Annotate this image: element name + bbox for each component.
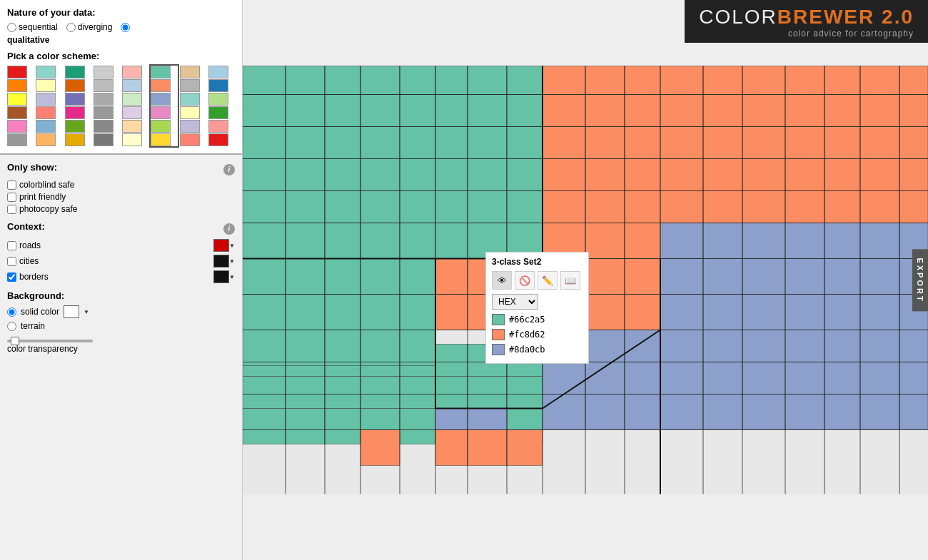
sequential-option[interactable]: sequential xyxy=(7,22,58,32)
swatch[interactable] xyxy=(7,93,27,106)
forbidden-icon[interactable]: 🚫 xyxy=(515,271,535,290)
background-color-swatch[interactable] xyxy=(64,305,79,318)
swatch-col-5[interactable] xyxy=(122,66,148,146)
swatch[interactable] xyxy=(122,93,142,106)
swatch[interactable] xyxy=(65,79,85,92)
swatch[interactable] xyxy=(151,66,171,78)
swatch[interactable] xyxy=(7,79,27,92)
solid-color-radio[interactable] xyxy=(7,307,16,317)
qualitative-radio[interactable] xyxy=(121,23,130,32)
borders-dropdown-arrow[interactable]: ▼ xyxy=(229,274,235,280)
swatch[interactable] xyxy=(36,120,56,133)
swatch[interactable] xyxy=(208,66,228,78)
colorblind-checkbox[interactable] xyxy=(7,180,16,190)
swatch[interactable] xyxy=(65,66,85,78)
swatch-col-8[interactable] xyxy=(208,66,235,146)
swatch[interactable] xyxy=(208,93,228,106)
svg-rect-83 xyxy=(625,95,660,127)
diverging-option[interactable]: diverging xyxy=(66,22,113,32)
cities-color-btn[interactable] xyxy=(213,255,229,268)
swatch-col-7[interactable] xyxy=(180,66,206,146)
borders-checkbox[interactable] xyxy=(7,273,16,282)
svg-rect-202 xyxy=(360,330,400,366)
swatch[interactable] xyxy=(65,120,85,133)
swatch[interactable] xyxy=(180,120,200,133)
swatch[interactable] xyxy=(151,106,171,119)
book-icon[interactable]: 📖 xyxy=(560,271,580,290)
swatch[interactable] xyxy=(122,106,142,119)
swatch[interactable] xyxy=(65,133,85,146)
print-checkbox[interactable] xyxy=(7,193,16,202)
sequential-radio[interactable] xyxy=(7,23,16,32)
swatch[interactable] xyxy=(208,79,228,92)
swatch[interactable] xyxy=(122,120,142,133)
swatch-col-1[interactable] xyxy=(7,66,34,146)
swatch[interactable] xyxy=(122,79,142,92)
swatch[interactable] xyxy=(94,93,114,106)
swatch[interactable] xyxy=(65,93,85,106)
format-select[interactable]: HEX RGB CMYK xyxy=(492,294,538,310)
diverging-radio[interactable] xyxy=(66,23,76,32)
swatch[interactable] xyxy=(208,133,228,146)
swatch[interactable] xyxy=(180,79,200,92)
roads-dropdown-arrow[interactable]: ▼ xyxy=(229,243,235,249)
export-button[interactable]: EXPORT xyxy=(912,249,928,311)
swatch-col-3[interactable] xyxy=(65,66,91,146)
svg-rect-171 xyxy=(703,362,742,394)
swatch-col-2[interactable] xyxy=(36,66,62,146)
svg-rect-86 xyxy=(742,95,785,127)
svg-rect-161 xyxy=(703,330,742,362)
eye-icon[interactable]: 👁 xyxy=(492,271,512,290)
swatch[interactable] xyxy=(180,133,200,146)
swatch[interactable] xyxy=(36,93,56,106)
cities-checkbox[interactable] xyxy=(7,257,16,266)
swatch[interactable] xyxy=(7,66,27,78)
swatch[interactable] xyxy=(36,133,56,146)
swatch[interactable] xyxy=(151,79,171,92)
swatch[interactable] xyxy=(122,133,142,146)
swatch[interactable] xyxy=(7,106,27,119)
svg-rect-81 xyxy=(543,95,585,127)
pencil-icon[interactable]: ✏️ xyxy=(538,271,558,290)
swatch[interactable] xyxy=(151,133,171,146)
swatch[interactable] xyxy=(180,66,200,78)
swatch[interactable] xyxy=(7,120,27,133)
borders-color-btn[interactable] xyxy=(213,270,229,283)
swatch[interactable] xyxy=(94,66,114,78)
roads-color-btn[interactable] xyxy=(213,239,229,252)
swatch[interactable] xyxy=(151,120,171,133)
swatch[interactable] xyxy=(36,66,56,78)
roads-checkbox[interactable] xyxy=(7,241,16,250)
svg-rect-110 xyxy=(899,159,928,191)
swatch[interactable] xyxy=(208,120,228,133)
swatch-col-4[interactable] xyxy=(94,66,120,146)
swatch[interactable] xyxy=(180,106,200,119)
svg-rect-24 xyxy=(507,127,543,159)
swatch[interactable] xyxy=(65,106,85,119)
context-info-icon[interactable]: i xyxy=(223,223,235,235)
cities-dropdown-arrow[interactable]: ▼ xyxy=(229,258,235,265)
svg-rect-114 xyxy=(660,191,703,223)
sequential-label: sequential xyxy=(19,22,58,32)
only-show-info-icon[interactable]: i xyxy=(223,164,235,175)
swatch[interactable] xyxy=(151,93,171,106)
photocopy-checkbox[interactable] xyxy=(7,205,16,214)
transparency-slider-track[interactable] xyxy=(7,340,93,342)
svg-rect-72 xyxy=(585,66,625,95)
swatch[interactable] xyxy=(180,93,200,106)
swatch[interactable] xyxy=(7,133,27,146)
swatch[interactable] xyxy=(122,66,142,78)
bg-dropdown-arrow[interactable]: ▼ xyxy=(84,309,89,315)
swatch[interactable] xyxy=(94,79,114,92)
swatch-col-6-selected[interactable] xyxy=(151,66,177,146)
qualitative-option[interactable] xyxy=(121,23,132,32)
transparency-slider-thumb[interactable] xyxy=(11,337,19,345)
terrain-radio[interactable] xyxy=(7,322,16,331)
nature-title: Nature of your data: xyxy=(7,7,235,18)
swatch[interactable] xyxy=(94,106,114,119)
swatch[interactable] xyxy=(208,106,228,119)
swatch[interactable] xyxy=(94,133,114,146)
swatch[interactable] xyxy=(36,79,56,92)
swatch[interactable] xyxy=(36,106,56,119)
swatch[interactable] xyxy=(94,120,114,133)
